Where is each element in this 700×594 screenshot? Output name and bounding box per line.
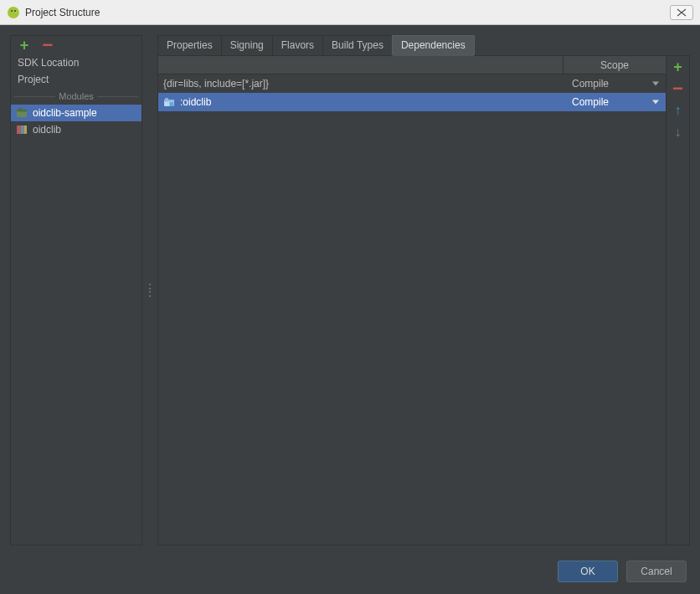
dependencies-panel: Scope {dir=libs, include=[*.jar]} Compil… bbox=[157, 55, 690, 545]
chevron-down-icon bbox=[652, 82, 659, 86]
dialog-footer: OK Cancel bbox=[10, 545, 690, 586]
android-studio-icon bbox=[7, 6, 20, 19]
dependencies-side-toolbar: + − ↑ ↓ bbox=[666, 56, 689, 545]
svg-rect-7 bbox=[21, 125, 24, 134]
move-up-icon[interactable]: ↑ bbox=[671, 103, 686, 118]
dependencies-header: Scope bbox=[158, 56, 666, 74]
module-label: oidclib-sample bbox=[33, 107, 97, 119]
ok-button[interactable]: OK bbox=[558, 561, 618, 582]
left-toolbar: + − bbox=[11, 36, 142, 54]
add-icon[interactable]: + bbox=[18, 38, 31, 52]
scope-column-header: Scope bbox=[564, 59, 666, 71]
tab-build-types[interactable]: Build Types bbox=[322, 35, 393, 55]
module-folder-icon bbox=[163, 96, 175, 108]
svg-rect-10 bbox=[164, 100, 174, 101]
svg-point-2 bbox=[14, 10, 16, 12]
svg-rect-12 bbox=[170, 102, 174, 106]
chevron-down-icon bbox=[652, 100, 659, 105]
move-down-icon[interactable]: ↓ bbox=[671, 125, 686, 140]
svg-point-0 bbox=[8, 7, 19, 18]
sidebar-item-sdk-location[interactable]: SDK Location bbox=[11, 54, 142, 71]
module-label: oidclib bbox=[33, 124, 61, 136]
svg-rect-4 bbox=[17, 110, 27, 112]
tabs: Properties Signing Flavors Build Types D… bbox=[157, 35, 690, 55]
dependency-label: :oidclib bbox=[180, 96, 211, 108]
module-item-oidclib[interactable]: oidclib bbox=[11, 121, 142, 138]
svg-point-1 bbox=[11, 10, 13, 12]
remove-icon[interactable]: − bbox=[41, 38, 54, 52]
title-bar: Project Structure bbox=[0, 0, 700, 25]
module-icon bbox=[16, 107, 28, 119]
tab-properties[interactable]: Properties bbox=[157, 35, 222, 55]
add-dependency-icon[interactable]: + bbox=[671, 59, 686, 74]
window-close-button[interactable] bbox=[670, 5, 693, 20]
dependency-row[interactable]: {dir=libs, include=[*.jar]} Compile bbox=[158, 74, 666, 93]
window-title: Project Structure bbox=[25, 7, 100, 18]
module-icon bbox=[16, 124, 28, 136]
sidebar-item-project[interactable]: Project bbox=[11, 71, 142, 88]
splitter-handle[interactable] bbox=[147, 35, 152, 545]
tab-flavors[interactable]: Flavors bbox=[272, 35, 323, 55]
svg-rect-5 bbox=[18, 108, 22, 110]
tab-dependencies[interactable]: Dependencies bbox=[392, 35, 475, 55]
scope-cell[interactable]: Compile bbox=[564, 78, 666, 90]
sidebar-section-modules: Modules bbox=[11, 88, 142, 105]
dependency-row[interactable]: :oidclib Compile bbox=[158, 93, 666, 111]
svg-rect-8 bbox=[24, 125, 28, 134]
sidebar-section-label: Modules bbox=[59, 91, 94, 101]
scope-cell[interactable]: Compile bbox=[564, 96, 666, 108]
left-panel: + − SDK Location Project Modules oidclib… bbox=[10, 35, 142, 545]
module-item-oidclib-sample[interactable]: oidclib-sample bbox=[11, 105, 142, 121]
dependency-label: {dir=libs, include=[*.jar]} bbox=[163, 78, 269, 90]
cancel-button[interactable]: Cancel bbox=[626, 561, 687, 582]
svg-rect-6 bbox=[17, 125, 21, 134]
tab-signing[interactable]: Signing bbox=[221, 35, 273, 55]
right-area: Properties Signing Flavors Build Types D… bbox=[157, 35, 690, 545]
scope-value: Compile bbox=[572, 78, 609, 90]
svg-rect-11 bbox=[165, 98, 168, 100]
scope-value: Compile bbox=[572, 96, 609, 108]
remove-dependency-icon[interactable]: − bbox=[671, 81, 686, 96]
